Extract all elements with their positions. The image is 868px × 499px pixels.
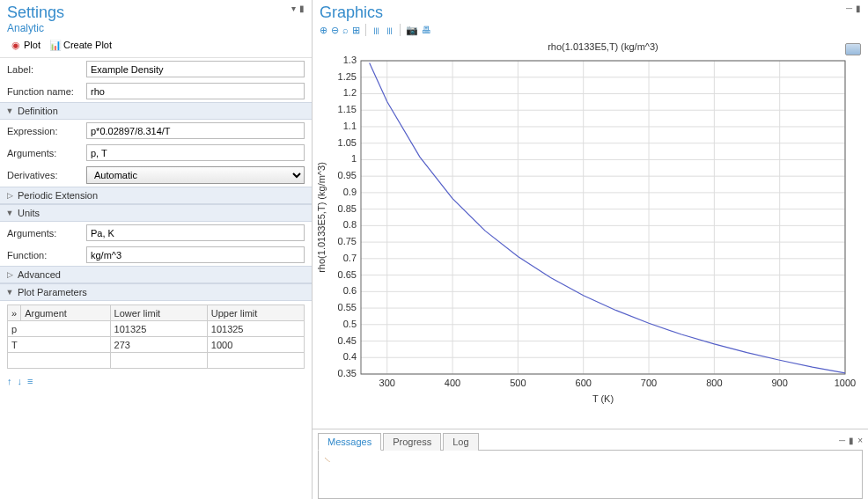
svg-text:0.7: 0.7: [343, 253, 357, 263]
svg-text:0.4: 0.4: [343, 351, 357, 362]
arguments-label: Arguments:: [7, 148, 83, 158]
svg-text:300: 300: [379, 378, 395, 388]
section-definition-label: Definition: [18, 106, 58, 116]
print-icon[interactable]: 🖶: [422, 25, 431, 35]
units-function-label: Function:: [7, 250, 83, 261]
settings-title: Settings: [7, 4, 64, 22]
line-chart: 30040050060070080090010000.350.40.450.50…: [313, 38, 858, 407]
close-icon[interactable]: ×: [857, 436, 863, 445]
chevron-down-icon: ▼: [5, 106, 14, 115]
svg-text:0.55: 0.55: [338, 302, 357, 312]
derivatives-select[interactable]: Automatic: [86, 166, 305, 184]
plot-button[interactable]: ◉ Plot: [7, 38, 43, 52]
col-argument[interactable]: Argument: [21, 305, 110, 321]
move-up-button[interactable]: ↑: [7, 376, 12, 386]
expression-label: Expression:: [7, 126, 83, 136]
snapshot-icon[interactable]: 📷: [406, 25, 418, 36]
derivatives-label: Derivatives:: [7, 170, 83, 180]
xy-view-icon[interactable]: ⫼: [371, 25, 381, 35]
settings-subtitle: Analytic: [0, 22, 312, 36]
tab-messages[interactable]: Messages: [318, 433, 381, 451]
svg-text:0.45: 0.45: [338, 335, 357, 346]
chevron-down-icon: ▼: [5, 288, 14, 297]
chevron-right-icon: ▷: [5, 191, 14, 200]
svg-text:1.1: 1.1: [343, 121, 357, 131]
svg-text:0.65: 0.65: [338, 269, 357, 280]
label-label: Label:: [7, 64, 83, 75]
pin-icon[interactable]: ▮: [849, 436, 854, 445]
svg-text:0.5: 0.5: [343, 319, 357, 329]
svg-text:0.85: 0.85: [338, 203, 357, 214]
settings-panel: Settings ▾ ▮ Analytic ◉ Plot 📊 Create Pl…: [0, 0, 313, 499]
svg-text:1.15: 1.15: [338, 104, 357, 114]
bottom-panel: Messages Progress Log ─ ▮ × ⟍: [313, 429, 868, 499]
plot-icon: ◉: [10, 39, 22, 51]
legend-toggle-icon[interactable]: [845, 43, 861, 55]
svg-rect-28: [361, 61, 845, 374]
create-plot-button[interactable]: 📊 Create Plot: [47, 38, 114, 52]
function-name-label: Function name:: [7, 86, 83, 97]
section-advanced[interactable]: ▷ Advanced: [0, 266, 312, 283]
col-upper[interactable]: Upper limit: [207, 305, 304, 321]
svg-text:1.2: 1.2: [343, 87, 357, 98]
tab-log[interactable]: Log: [443, 433, 478, 451]
table-row[interactable]: T 273 1000: [8, 337, 305, 353]
table-row[interactable]: p 101325 101325: [8, 321, 305, 337]
units-arguments-input[interactable]: [86, 224, 305, 241]
svg-text:1.25: 1.25: [338, 71, 357, 82]
expand-column[interactable]: »: [8, 305, 21, 321]
plot-parameters-table[interactable]: » Argument Lower limit Upper limit p 101…: [7, 305, 305, 369]
arguments-input[interactable]: [86, 144, 305, 161]
zoom-in-icon[interactable]: ⊕: [320, 25, 327, 36]
svg-text:0.8: 0.8: [343, 219, 357, 230]
units-arguments-label: Arguments:: [7, 228, 83, 238]
list-button[interactable]: ≡: [27, 376, 33, 386]
section-units-label: Units: [18, 208, 40, 218]
create-plot-label: Create Plot: [63, 40, 112, 50]
separator: [365, 24, 366, 36]
svg-text:0.75: 0.75: [338, 236, 357, 246]
section-advanced-label: Advanced: [18, 269, 61, 280]
label-input[interactable]: [86, 61, 305, 77]
svg-text:T (K): T (K): [592, 393, 614, 404]
units-function-input[interactable]: [86, 246, 305, 263]
svg-text:600: 600: [576, 378, 592, 388]
svg-text:500: 500: [510, 378, 526, 388]
svg-text:1.05: 1.05: [338, 137, 357, 148]
svg-text:0.95: 0.95: [338, 170, 357, 180]
messages-body: ⟍: [318, 450, 863, 499]
svg-text:0.9: 0.9: [343, 187, 357, 197]
table-row-empty[interactable]: [8, 353, 305, 369]
graphics-title: Graphics: [320, 4, 383, 22]
section-plot-parameters[interactable]: ▼ Plot Parameters: [0, 283, 312, 301]
zoom-extents-icon[interactable]: ⊞: [352, 25, 360, 36]
move-down-button[interactable]: ↓: [18, 376, 23, 386]
svg-text:1.3: 1.3: [343, 55, 357, 65]
chevron-right-icon: ▷: [5, 270, 14, 279]
tab-progress[interactable]: Progress: [383, 433, 441, 451]
zoom-box-icon[interactable]: ⌕: [342, 25, 349, 35]
col-lower[interactable]: Lower limit: [110, 305, 207, 321]
svg-text:1000: 1000: [835, 378, 856, 388]
dropdown-icon[interactable]: ▾: [291, 4, 296, 13]
section-units[interactable]: ▼ Units: [0, 204, 312, 222]
minimize-icon[interactable]: ─: [846, 4, 852, 13]
expression-input[interactable]: [86, 122, 305, 139]
zoom-out-icon[interactable]: ⊖: [331, 25, 339, 36]
pin-icon[interactable]: ▮: [856, 4, 861, 13]
chart-area[interactable]: 30040050060070080090010000.350.40.450.50…: [313, 38, 868, 429]
section-definition[interactable]: ▼ Definition: [0, 102, 312, 120]
minimize-icon[interactable]: ─: [839, 436, 845, 445]
pin-icon[interactable]: ▮: [299, 4, 305, 13]
function-name-input[interactable]: [86, 83, 305, 99]
table-toolbar: ↑ ↓ ≡: [0, 372, 312, 390]
svg-text:0.35: 0.35: [338, 368, 357, 378]
section-plotparams-label: Plot Parameters: [18, 287, 87, 297]
section-periodic[interactable]: ▷ Periodic Extension: [0, 187, 312, 204]
clear-icon[interactable]: ⟍: [322, 454, 332, 465]
separator: [400, 24, 401, 36]
svg-text:rho(1.0133E5,T) (kg/m^3): rho(1.0133E5,T) (kg/m^3): [316, 162, 327, 273]
create-plot-icon: 📊: [49, 39, 62, 51]
svg-text:900: 900: [771, 378, 787, 388]
grid-icon[interactable]: ⫼: [385, 25, 394, 35]
